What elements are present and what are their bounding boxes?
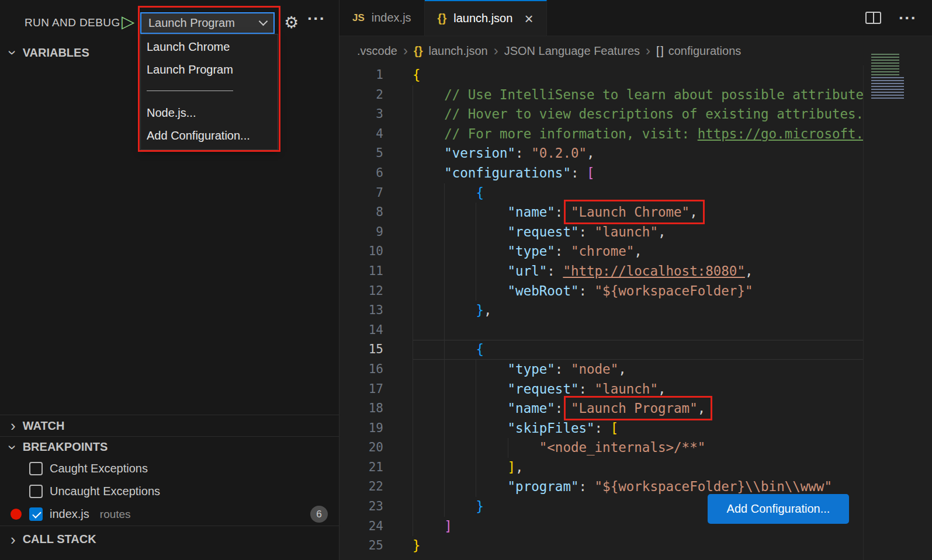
breadcrumb-folder[interactable]: .vscode (357, 44, 397, 58)
code-line[interactable]: 8 "name": "Launch Chrome", (339, 203, 863, 222)
line-number[interactable]: 8 (339, 203, 383, 222)
line-number[interactable]: 25 (339, 536, 383, 556)
line-number[interactable]: 24 (339, 517, 383, 537)
breadcrumb-symbol[interactable]: configurations (668, 44, 742, 58)
code-token: , (515, 460, 524, 475)
line-number[interactable]: 19 (339, 419, 383, 439)
code-line[interactable]: 13 }, (339, 301, 863, 321)
code-line[interactable]: 15 { (339, 340, 863, 360)
indent-guide (476, 399, 476, 419)
breakpoint-row-caught-exceptions[interactable]: Caught Exceptions (0, 457, 339, 480)
code-line[interactable]: 9 "request": "launch", (339, 222, 863, 242)
chevron-right-icon: › (11, 532, 16, 547)
line-number[interactable]: 12 (339, 281, 383, 301)
line-number[interactable]: 5 (339, 144, 383, 164)
breakpoint-label: Uncaught Exceptions (50, 485, 160, 498)
more-actions-icon[interactable]: ··· (899, 9, 917, 27)
tab-indexjs[interactable]: JS index.js (339, 0, 425, 36)
code-token: "webRoot" (508, 283, 579, 298)
code-token: , (658, 224, 666, 239)
line-number[interactable]: 3 (339, 105, 383, 124)
line-number[interactable]: 14 (339, 321, 383, 340)
breadcrumb-file[interactable]: launch.json (429, 44, 488, 58)
code-editor[interactable]: 1{2 // Use IntelliSense to learn about p… (339, 65, 864, 560)
indent-guide (444, 419, 445, 439)
line-number[interactable]: 17 (339, 380, 383, 399)
line-number[interactable]: 1 (339, 65, 383, 85)
breadcrumb-provider[interactable]: JSON Language Features (504, 44, 640, 58)
indent-guide (413, 281, 413, 301)
code-token: , (587, 145, 595, 161)
code-line[interactable]: 12 "webRoot": "${workspaceFolder}" (339, 281, 863, 301)
line-number[interactable]: 10 (339, 242, 383, 262)
indent-guide (413, 458, 413, 478)
start-debugging-icon[interactable]: ▷ (122, 12, 134, 32)
indent-guide (508, 438, 508, 458)
code-line[interactable]: 21 ], (339, 458, 863, 478)
indent-guide (444, 203, 445, 222)
indent-guide (476, 262, 476, 281)
line-number[interactable]: 16 (339, 360, 383, 380)
code-token: ] (508, 460, 516, 475)
line-number[interactable]: 20 (339, 438, 383, 458)
line-number[interactable]: 15 (339, 340, 383, 360)
line-number[interactable]: 11 (339, 262, 383, 281)
line-number[interactable]: 23 (339, 497, 383, 517)
tab-launchjson[interactable]: {} launch.json × (425, 0, 547, 36)
indent-guide (413, 517, 413, 537)
breakpoint-row-uncaught-exceptions[interactable]: Uncaught Exceptions (0, 480, 339, 503)
breakpoint-detail: routes (100, 508, 131, 521)
code-text: "version": "0.2.0", (413, 144, 863, 164)
section-header-call-stack[interactable]: › CALL STACK (0, 526, 339, 552)
menu-item-add-configuration[interactable]: Add Configuration... (141, 124, 278, 147)
indent-guide (476, 222, 476, 242)
code-line[interactable]: 11 "url": "http://localhost:8080", (339, 262, 863, 281)
line-number[interactable]: 4 (339, 124, 383, 144)
indent-guide (444, 321, 445, 340)
code-line[interactable]: 19 "skipFiles": [ (339, 419, 863, 439)
code-line[interactable]: 1{ (339, 65, 863, 85)
more-actions-icon[interactable]: ··· (307, 9, 325, 28)
breakpoint-row-indexjs[interactable]: index.js routes 6 (0, 503, 339, 526)
launch-configuration-select[interactable]: Launch Program (140, 12, 275, 34)
line-number[interactable]: 6 (339, 164, 383, 183)
menu-item-launch-chrome[interactable]: Launch Chrome (141, 36, 278, 58)
code-line[interactable]: 10 "type": "chrome", (339, 242, 863, 262)
code-line[interactable]: 20 "<node_internals>/**" (339, 438, 863, 458)
line-number[interactable]: 9 (339, 222, 383, 242)
code-token: } (413, 538, 421, 553)
indent-guide (476, 458, 476, 478)
line-number[interactable]: 22 (339, 477, 383, 497)
split-editor-icon[interactable] (865, 12, 881, 24)
menu-item-nodejs[interactable]: Node.js... (141, 102, 278, 124)
line-number[interactable]: 18 (339, 399, 383, 419)
checkbox-unchecked[interactable] (29, 462, 43, 475)
code-line[interactable]: 25} (339, 536, 863, 556)
code-line[interactable]: 14 (339, 321, 863, 340)
checkbox-checked[interactable] (29, 507, 43, 521)
line-number[interactable]: 13 (339, 301, 383, 321)
code-token: "name" (508, 204, 555, 220)
code-line[interactable]: 2 // Use IntelliSense to learn about pos… (339, 85, 863, 105)
code-token: [ (611, 420, 619, 436)
checkbox-unchecked[interactable] (29, 485, 43, 498)
close-icon[interactable]: × (524, 11, 533, 26)
section-header-watch[interactable]: › WATCH (0, 415, 339, 436)
indent-guide (444, 281, 445, 301)
code-line[interactable]: 5 "version": "0.2.0", (339, 144, 863, 164)
section-header-breakpoints[interactable]: › BREAKPOINTS (0, 436, 339, 457)
code-token: "launch" (595, 381, 658, 396)
code-line[interactable]: 16 "type": "node", (339, 360, 863, 380)
code-line[interactable]: 6 "configurations": [ (339, 164, 863, 183)
minimap[interactable] (870, 54, 907, 100)
indent-guide (444, 380, 445, 399)
code-line[interactable]: 3 // Hover to view descriptions of exist… (339, 105, 863, 124)
line-number[interactable]: 21 (339, 458, 383, 478)
gear-icon[interactable]: ⚙ (284, 13, 299, 32)
add-configuration-button[interactable]: Add Configuration... (708, 494, 849, 524)
line-number[interactable]: 2 (339, 85, 383, 105)
line-number[interactable]: 7 (339, 183, 383, 203)
code-line[interactable]: 4 // For more information, visit: https:… (339, 124, 863, 144)
menu-item-launch-program[interactable]: Launch Program (141, 58, 278, 81)
code-line[interactable]: 18 "name": "Launch Program", (339, 399, 863, 419)
